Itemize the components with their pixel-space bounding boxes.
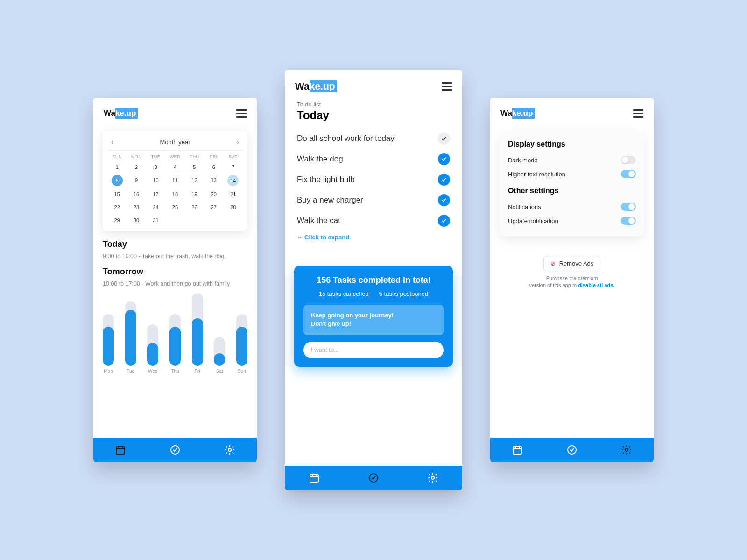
todo-checkbox[interactable] xyxy=(438,194,450,206)
chevron-left-icon[interactable]: ‹ xyxy=(111,138,113,146)
calendar-day[interactable]: 9 xyxy=(127,175,146,186)
logo-part1: Wa xyxy=(500,109,512,118)
todo-label: Buy a new charger xyxy=(297,196,363,205)
expand-label: Click to expand xyxy=(304,234,349,241)
check-circle-icon[interactable] xyxy=(368,472,379,483)
toggle-update-notification[interactable] xyxy=(621,217,636,225)
setting-label: Dark mode xyxy=(508,157,538,164)
todo-checkbox[interactable] xyxy=(438,174,450,186)
calendar-day[interactable]: 30 xyxy=(127,215,146,225)
calendar-day[interactable]: 13 xyxy=(204,175,223,186)
calendar-day[interactable]: 14 xyxy=(227,175,239,186)
setting-label: Notifications xyxy=(508,203,541,210)
toggle-notifications[interactable] xyxy=(621,203,636,211)
gear-icon[interactable] xyxy=(224,444,235,455)
gear-icon[interactable] xyxy=(427,472,438,483)
chart-bar: Sat xyxy=(214,337,225,374)
calendar-day[interactable]: 7 xyxy=(224,162,243,172)
screen-calendar: Wake.up ‹ Month year › SUNMONTUEWEDTHUFR… xyxy=(93,98,257,462)
svg-rect-0 xyxy=(116,447,125,454)
stats-cancelled: 15 tasks cancelled xyxy=(319,290,369,297)
calendar-grid: SUNMONTUEWEDTHUFRISAT1234567891011121314… xyxy=(107,154,243,225)
calendar-day[interactable]: 16 xyxy=(127,189,146,199)
todo-label: Do all school work for today xyxy=(297,134,395,143)
remove-ads-button[interactable]: ⊘ Remove Ads xyxy=(543,256,601,271)
calendar-day[interactable]: 18 xyxy=(165,189,184,199)
want-input[interactable] xyxy=(311,346,436,353)
calendar-dow: WED xyxy=(165,154,184,159)
calendar-day[interactable]: 21 xyxy=(224,189,243,199)
todo-item: Fix the light bulb xyxy=(285,169,462,190)
toggle-text-resolution[interactable] xyxy=(621,170,636,178)
calendar-dow: SUN xyxy=(107,154,127,159)
expand-button[interactable]: Click to expand xyxy=(285,231,462,249)
calendar-day[interactable]: 23 xyxy=(127,202,146,212)
calendar-day[interactable]: 19 xyxy=(185,189,204,199)
ads-note: Purchase the premium version of this app… xyxy=(490,275,654,289)
chevron-down-icon xyxy=(297,235,303,240)
toggle-dark-mode[interactable] xyxy=(621,156,636,164)
calendar-day[interactable]: 3 xyxy=(146,162,165,172)
calendar-icon[interactable] xyxy=(309,472,320,483)
setting-row: Notifications xyxy=(508,200,636,214)
logo-part1: Wa xyxy=(104,109,115,118)
calendar-day[interactable]: 4 xyxy=(165,162,184,172)
chevron-right-icon[interactable]: › xyxy=(237,138,239,146)
chart-bar: Fri xyxy=(192,293,203,374)
calendar-dow: TUE xyxy=(146,154,165,159)
calendar-icon[interactable] xyxy=(512,444,523,455)
calendar-day[interactable]: 25 xyxy=(165,202,184,212)
today-line: 9:00 to 10:00 - Take out the trash, walk… xyxy=(93,251,257,265)
chart-bar-label: Tue xyxy=(127,369,134,374)
calendar-day[interactable]: 24 xyxy=(146,202,165,212)
calendar-day[interactable]: 15 xyxy=(107,189,127,199)
calendar-card: ‹ Month year › SUNMONTUEWEDTHUFRISAT1234… xyxy=(103,131,247,231)
screen-todo: Wake.up To do list Today Do all school w… xyxy=(285,70,462,490)
todo-item: Do all school work for today xyxy=(285,128,462,149)
calendar-day[interactable]: 28 xyxy=(224,202,243,212)
menu-icon[interactable] xyxy=(442,82,452,91)
calendar-day[interactable]: 31 xyxy=(146,215,165,225)
calendar-day[interactable]: 29 xyxy=(107,215,127,225)
calendar-header: ‹ Month year › xyxy=(107,135,243,151)
calendar-day[interactable]: 2 xyxy=(127,162,146,172)
want-field[interactable] xyxy=(303,342,444,358)
calendar-day[interactable]: 20 xyxy=(204,189,223,199)
calendar-title: Month year xyxy=(160,139,190,146)
todo-checkbox[interactable] xyxy=(438,215,450,227)
calendar-day[interactable]: 12 xyxy=(185,175,204,186)
menu-icon[interactable] xyxy=(633,109,643,118)
calendar-day[interactable]: 8 xyxy=(112,175,123,186)
remove-ads-label: Remove Ads xyxy=(559,260,594,267)
check-circle-icon[interactable] xyxy=(169,444,181,455)
setting-row: Update notification xyxy=(508,214,636,228)
menu-icon[interactable] xyxy=(236,109,247,118)
calendar-icon[interactable] xyxy=(115,444,126,455)
calendar-day[interactable]: 27 xyxy=(204,202,223,212)
check-circle-icon[interactable] xyxy=(566,444,578,455)
gear-icon[interactable] xyxy=(621,444,632,455)
svg-point-7 xyxy=(568,446,576,454)
bottom-nav xyxy=(490,438,654,462)
calendar-day[interactable]: 26 xyxy=(185,202,204,212)
calendar-day[interactable]: 17 xyxy=(146,189,165,199)
logo-part2: ke.up xyxy=(310,80,337,92)
calendar-day[interactable]: 11 xyxy=(165,175,184,186)
todo-subtitle: To do list xyxy=(285,97,462,108)
chart-bar: Sun xyxy=(236,314,247,374)
calendar-day[interactable]: 10 xyxy=(146,175,165,186)
chart-bar-label: Fri xyxy=(195,369,200,374)
calendar-day[interactable]: 22 xyxy=(107,202,127,212)
bottom-nav xyxy=(93,438,257,462)
todo-checkbox[interactable] xyxy=(438,153,450,165)
todo-title: Today xyxy=(285,108,462,128)
chart-bar-label: Sun xyxy=(238,369,246,374)
logo-part2: ke.up xyxy=(512,108,535,119)
calendar-day[interactable]: 1 xyxy=(107,162,127,172)
chart-bar-label: Sat xyxy=(216,369,223,374)
calendar-dow: SAT xyxy=(224,154,243,159)
bottom-nav xyxy=(285,466,462,490)
calendar-day[interactable]: 5 xyxy=(185,162,204,172)
calendar-day[interactable]: 6 xyxy=(204,162,223,172)
todo-checkbox[interactable] xyxy=(438,133,450,145)
